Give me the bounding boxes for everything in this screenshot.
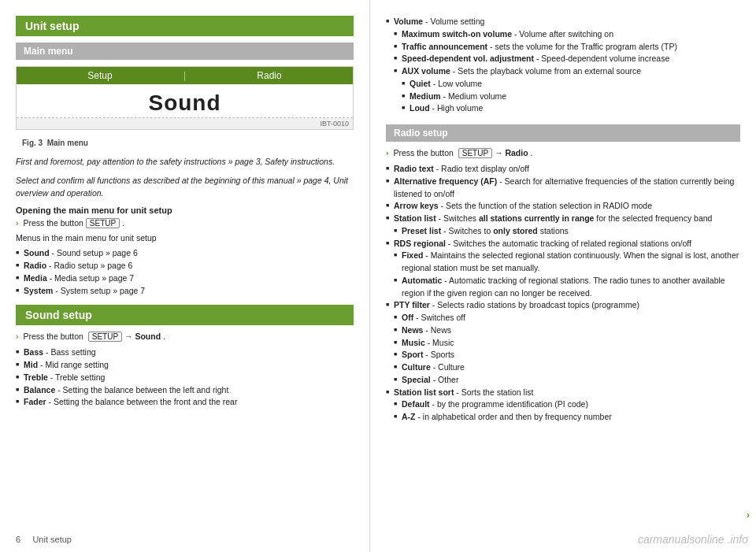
page-container: Unit setup Main menu Setup | Radio Sound	[0, 0, 756, 552]
list-item: Fader - Setting the balance between the …	[16, 396, 354, 409]
list-item: Culture - Culture	[386, 361, 740, 374]
unit-setup-title: Unit setup	[25, 20, 79, 32]
list-item: Off - Switches off	[386, 312, 740, 324]
setup-button-label: SETUP	[86, 218, 120, 228]
menu-display-box: Setup | Radio Sound IBT-0010	[16, 66, 354, 130]
list-item: System - System setup » page 7	[16, 285, 354, 298]
list-item: Default - by the programme identificatio…	[386, 398, 740, 411]
list-item: Arrow keys - Sets the function of the st…	[386, 200, 740, 213]
list-item: Station list sort - Sorts the station li…	[386, 387, 740, 399]
list-item: Fixed - Maintains the selected regional …	[386, 250, 740, 275]
list-item: Station list - Switches all stations cur…	[386, 213, 740, 225]
list-item: A-Z - in alphabetical order and then by …	[386, 411, 740, 424]
menu-tabs: Setup | Radio	[17, 67, 353, 84]
list-item: Media - Media setup » page 7	[16, 272, 354, 285]
intro-text-2: Select and confirm all functions as desc…	[16, 175, 354, 200]
volume-list: Volume - Volume setting Maximum switch-o…	[386, 16, 740, 115]
fig-caption: Fig. 3 Main menu	[16, 136, 354, 150]
list-item: Sound - Sound setup » page 6	[16, 247, 354, 260]
left-column: Unit setup Main menu Setup | Radio Sound	[0, 0, 370, 552]
radio-items-list: Radio text - Radio text display on/off A…	[386, 163, 740, 424]
list-item: Sport - Sports	[386, 349, 740, 361]
list-item: AUX volume - Sets the playback volume fr…	[386, 65, 740, 78]
main-menu-subheader: Main menu	[16, 43, 354, 60]
list-item: Radio - Radio setup » page 6	[16, 260, 354, 272]
tab-radio[interactable]: Radio	[186, 67, 353, 84]
press-sound-line: › Press the button SETUP → Sound .	[16, 332, 354, 342]
tab-setup[interactable]: Setup	[17, 67, 183, 84]
list-item: RDS regional - Switches the automatic tr…	[386, 238, 740, 250]
sound-setup-header: Sound setup	[16, 305, 354, 325]
sound-items-list: Bass - Bass setting Mid - Mid range sett…	[16, 346, 354, 409]
menu-display-content: Sound	[17, 84, 353, 118]
press-setup-line: › Press the button SETUP .	[16, 218, 354, 228]
list-item: Mid - Mid range setting	[16, 359, 354, 372]
list-item: Maximum switch-on volume - Volume after …	[386, 28, 740, 41]
next-page-arrow[interactable]: ›	[747, 509, 750, 521]
arrow-icon-2: ›	[16, 332, 19, 341]
right-column: Volume - Volume setting Maximum switch-o…	[370, 0, 756, 552]
list-item: Treble - Treble setting	[16, 372, 354, 384]
list-item: Traffic announcement - sets the volume f…	[386, 41, 740, 54]
menu-display-title: Sound	[24, 91, 345, 116]
list-item: Special - Other	[386, 374, 740, 387]
setup-button-label-2: SETUP	[88, 332, 122, 342]
list-item: Loud - High volume	[386, 102, 740, 115]
opening-header: Opening the main menu for unit setup	[16, 206, 354, 215]
radio-setup-header: Radio setup	[386, 124, 740, 142]
radio-setup-title: Radio setup	[394, 128, 448, 139]
list-item: Volume - Volume setting	[386, 16, 740, 28]
setup-button-label-3: SETUP	[458, 148, 492, 158]
watermark: carmanualsonline .info	[638, 533, 748, 546]
list-item: Automatic - Automatic tracking of region…	[386, 275, 740, 300]
menu-items-list: Sound - Sound setup » page 6 Radio - Rad…	[16, 247, 354, 297]
list-item: Alternative frequency (AF) - Search for …	[386, 176, 740, 201]
list-item: Balance - Setting the balance between th…	[16, 384, 354, 397]
list-item: Preset list - Switches to only stored st…	[386, 225, 740, 238]
list-item: Quiet - Low volume	[386, 78, 740, 91]
arrow-icon: ›	[16, 218, 19, 228]
list-item: Radio text - Radio text display on/off	[386, 163, 740, 176]
list-item: Speed-dependent vol. adjustment - Speed-…	[386, 53, 740, 65]
menu-display-footer: IBT-0010	[17, 118, 353, 129]
list-item: Bass - Bass setting	[16, 346, 354, 359]
arrow-icon-3: ›	[386, 148, 389, 157]
intro-text-1: First and foremost, pay attention to the…	[16, 156, 354, 169]
list-item: News - News	[386, 324, 740, 337]
main-menu-label: Main menu	[24, 46, 73, 57]
unit-setup-header: Unit setup	[16, 16, 354, 36]
menus-label: Menus in the main menu for unit setup	[16, 233, 354, 243]
list-item: Medium - Medium volume	[386, 91, 740, 103]
list-item: Music - Music	[386, 337, 740, 350]
press-radio-line: › Press the button SETUP → Radio .	[386, 148, 740, 158]
list-item: PTY filter - Selects radio stations by b…	[386, 299, 740, 312]
sound-setup-title: Sound setup	[25, 309, 92, 321]
page-footer: 6 Unit setup	[16, 535, 72, 544]
